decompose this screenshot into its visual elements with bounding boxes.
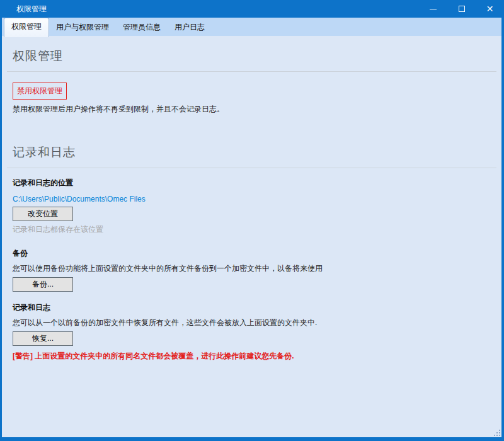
restore-note: 您可以从一个以前备份的加密文件中恢复所有文件，这些文件会被放入上面设置的文件夹中… [13, 318, 501, 328]
disable-permission-button[interactable]: 禁用权限管理 [13, 83, 67, 100]
maximize-button[interactable] [447, 0, 476, 18]
restore-label: 记录和日志 [13, 302, 501, 313]
close-icon: ✕ [486, 4, 494, 13]
tab-admin-info[interactable]: 管理员信息 [116, 19, 168, 36]
disable-permission-note: 禁用权限管理后用户操作将不再受到限制，并且不会记录日志。 [13, 104, 501, 115]
title-bar: 权限管理 ✕ [0, 0, 504, 18]
close-button[interactable]: ✕ [476, 0, 504, 18]
divider [7, 168, 496, 168]
backup-button[interactable]: 备份... [13, 277, 73, 292]
divider [7, 71, 496, 72]
log-location-label: 记录和日志的位置 [13, 178, 501, 188]
minimize-button[interactable] [419, 0, 447, 18]
restore-button[interactable]: 恢复... [13, 331, 73, 346]
window-frame: 权限管理 用户与权限管理 管理员信息 用户日志 权限管理 禁用权限管理 禁用权限… [0, 18, 504, 441]
overwrite-warning: [警告] 上面设置的文件夹中的所有同名文件都会被覆盖，进行此操作前建议您先备份. [13, 351, 501, 362]
maximize-icon [459, 6, 465, 12]
logs-section-heading: 记录和日志 [13, 144, 501, 161]
permission-section-heading: 权限管理 [13, 48, 501, 64]
change-location-button[interactable]: 改变位置 [13, 207, 73, 221]
log-location-note: 记录和日志都保存在该位置 [13, 224, 501, 235]
tab-users-and-permissions[interactable]: 用户与权限管理 [49, 19, 116, 36]
minimize-icon [430, 9, 437, 9]
window-title: 权限管理 [0, 4, 419, 14]
tab-user-logs[interactable]: 用户日志 [168, 19, 212, 36]
tab-permission-management[interactable]: 权限管理 [4, 18, 49, 37]
window-controls: ✕ [419, 0, 504, 18]
backup-label: 备份 [13, 248, 501, 259]
resize-grip[interactable] [493, 428, 501, 437]
main-content: 权限管理 禁用权限管理 禁用权限管理后用户操作将不再受到限制，并且不会记录日志。… [2, 36, 501, 437]
backup-note: 您可以使用备份功能将上面设置的文件夹中的所有文件备份到一个加密文件中，以备将来使… [13, 263, 501, 274]
log-location-path[interactable]: C:\Users\Public\Documents\Omec Files [13, 195, 146, 203]
app-window: 权限管理 ✕ 权限管理 用户与权限管理 管理员信息 用户日志 权限管理 禁用权限… [0, 0, 504, 441]
tab-bar: 权限管理 用户与权限管理 管理员信息 用户日志 [2, 18, 501, 36]
